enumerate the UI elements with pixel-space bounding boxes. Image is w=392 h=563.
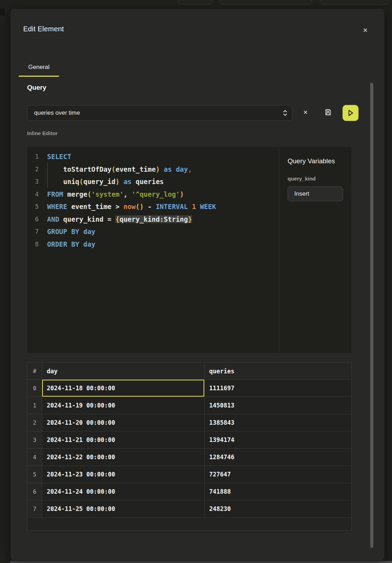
background-horizontal-scrollbar[interactable]	[10, 561, 392, 563]
query-results-table: # day queries 02024-11-18 00:00:00111169…	[27, 362, 352, 531]
background-toolbar-button[interactable]	[178, 0, 213, 5]
table-row: 32024-11-21 00:00:001394174	[27, 431, 351, 449]
query-variables-heading: Query Variables	[288, 157, 343, 165]
queries-cell[interactable]: 1394174	[205, 431, 351, 448]
sql-editor: 1SELECT2 toStartOfDay(event_time) as day…	[27, 147, 352, 353]
save-query-button[interactable]	[323, 107, 333, 118]
queries-cell[interactable]: 1284746	[205, 449, 351, 466]
code-token	[196, 203, 200, 210]
code-token: -	[144, 203, 156, 210]
query-variables-panel: Query Variables query_kind Insert	[279, 147, 352, 353]
row-index-cell[interactable]: 5	[27, 466, 42, 483]
run-query-button[interactable]	[342, 105, 359, 121]
play-icon	[347, 109, 354, 117]
code-token: queries	[131, 178, 164, 185]
variable-name-label: query_kind	[288, 176, 343, 182]
code-token: event_time	[115, 165, 155, 173]
code-token: WEEK	[200, 203, 216, 210]
code-token: )	[115, 178, 119, 185]
line-number: 5	[27, 201, 39, 213]
code-token: )	[156, 165, 160, 173]
code-text: GROUP BY day	[47, 226, 95, 238]
results-table-footer	[27, 518, 351, 530]
row-index-cell[interactable]: 6	[27, 483, 42, 500]
queries-cell[interactable]: 1111697	[205, 380, 351, 397]
row-index-cell[interactable]: 0	[27, 380, 42, 397]
day-cell[interactable]: 2024-11-21 00:00:00	[42, 431, 205, 448]
background-page-notch	[0, 9, 5, 15]
saved-query-select-value: queries over time	[27, 109, 278, 116]
queries-cell[interactable]: 741888	[205, 483, 351, 500]
code-token: ()	[136, 203, 144, 210]
insert-variable-button[interactable]: Insert	[288, 186, 343, 201]
day-cell[interactable]: 2024-11-22 00:00:00	[42, 449, 205, 466]
code-token: toStartOfDay	[47, 165, 111, 173]
code-token	[160, 165, 163, 173]
code-token: '^query_log'	[131, 190, 180, 198]
select-stepper-icon	[278, 109, 292, 116]
queries-cell[interactable]: 1385843	[205, 414, 351, 431]
close-icon[interactable]: ✕	[359, 24, 371, 36]
table-row: 62024-11-24 00:00:00741888	[27, 483, 351, 500]
code-token: query_kind:String	[120, 215, 188, 223]
code-token: (	[87, 190, 91, 198]
code-token: uniq	[47, 178, 79, 185]
row-index-cell[interactable]: 3	[27, 431, 42, 448]
inline-editor-label: Inline Editor	[27, 130, 58, 136]
background-toolbar-button[interactable]	[219, 0, 312, 5]
row-index-cell[interactable]: 7	[27, 500, 42, 517]
code-line[interactable]: 8ORDER BY day	[27, 238, 279, 251]
code-token: )	[180, 190, 184, 198]
day-cell[interactable]: 2024-11-20 00:00:00	[42, 414, 205, 431]
code-line[interactable]: 3 uniq(query_id) as queries	[27, 176, 279, 188]
day-cell[interactable]: 2024-11-25 00:00:00	[42, 500, 205, 517]
clear-query-icon[interactable]: ✕	[300, 107, 311, 118]
saved-query-select[interactable]: queries over time	[27, 105, 293, 121]
header-day: day	[42, 363, 205, 379]
code-token: FROM	[47, 190, 63, 198]
row-index-cell[interactable]: 1	[27, 397, 42, 414]
dialog-scrollbar-thumb[interactable]	[370, 83, 373, 548]
sql-code-pane[interactable]: 1SELECT2 toStartOfDay(event_time) as day…	[27, 147, 279, 353]
line-number: 7	[27, 226, 39, 238]
row-index-cell[interactable]: 4	[27, 449, 42, 466]
code-text: SELECT	[47, 151, 71, 163]
edit-element-dialog: Edit Element ✕ General Query queries ove…	[11, 9, 384, 561]
code-line[interactable]: 1SELECT	[27, 151, 279, 163]
code-line[interactable]: 6AND query_kind = {query_kind:String}	[27, 213, 279, 226]
code-token: GROUP BY day	[47, 228, 95, 235]
query-section-heading: Query	[27, 84, 46, 91]
code-token: ,	[123, 190, 131, 198]
tab-general[interactable]: General	[19, 57, 59, 77]
line-number: 3	[27, 176, 39, 188]
code-line[interactable]: 7GROUP BY day	[27, 226, 279, 238]
background-toolbar-button[interactable]	[320, 0, 389, 5]
queries-cell[interactable]: 1450813	[205, 397, 351, 414]
header-index: #	[27, 363, 42, 379]
code-line[interactable]: 5WHERE event_time > now() - INTERVAL 1 W…	[27, 201, 279, 213]
results-table-header: # day queries	[27, 363, 351, 380]
code-token: day	[176, 165, 188, 173]
day-cell[interactable]: 2024-11-24 00:00:00	[42, 483, 205, 500]
code-token: as	[123, 178, 131, 185]
code-token: AND	[47, 215, 59, 223]
code-line[interactable]: 4FROM merge('system', '^query_log')	[27, 188, 279, 201]
table-row: 02024-11-18 00:00:001111697	[27, 380, 351, 397]
day-cell[interactable]: 2024-11-23 00:00:00	[42, 466, 205, 483]
day-cell[interactable]: 2024-11-19 00:00:00	[42, 397, 205, 414]
code-token: merge	[63, 190, 88, 198]
code-token: 'system'	[91, 190, 124, 198]
code-token: INTERVAL	[156, 203, 188, 210]
queries-cell[interactable]: 248230	[205, 500, 351, 517]
header-queries: queries	[205, 363, 351, 379]
code-line[interactable]: 2 toStartOfDay(event_time) as day,	[27, 163, 279, 176]
dialog-title: Edit Element	[23, 25, 64, 33]
day-cell-selected[interactable]: 2024-11-18 00:00:00	[42, 380, 205, 397]
row-index-cell[interactable]: 2	[27, 414, 42, 431]
code-text: toStartOfDay(event_time) as day,	[47, 163, 192, 176]
queries-cell[interactable]: 727647	[205, 466, 351, 483]
tab-general-label: General	[28, 64, 49, 71]
code-token: ,	[188, 165, 192, 173]
table-row: 52024-11-23 00:00:00727647	[27, 466, 351, 483]
code-token: {	[115, 215, 119, 223]
